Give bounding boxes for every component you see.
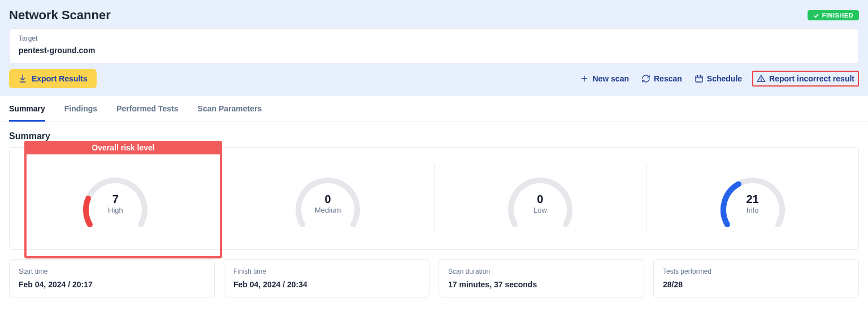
target-value: pentest-ground.com [19, 46, 849, 55]
stat-tests-value: 28/28 [663, 280, 849, 289]
stat-duration-label: Scan duration [448, 267, 635, 275]
risk-card: Overall risk level 7 High 0 Medium [9, 147, 859, 250]
report-label: Report incorrect result [769, 74, 854, 83]
svg-point-1 [761, 80, 762, 81]
stat-start-value: Feb 04, 2024 / 20:17 [19, 280, 205, 289]
tab-scan-parameters[interactable]: Scan Parameters [198, 96, 262, 122]
stat-finish-value: Feb 04, 2024 / 20:34 [233, 280, 420, 289]
target-card: Target pentest-ground.com [9, 28, 859, 63]
plus-icon [580, 74, 589, 83]
gauge-low-value: 0 [504, 193, 577, 206]
tabs: Summary Findings Performed Tests Scan Pa… [0, 96, 868, 122]
tab-summary[interactable]: Summary [9, 96, 45, 122]
stat-finish-time: Finish time Feb 04, 2024 / 20:34 [224, 259, 429, 297]
svg-rect-0 [696, 76, 702, 82]
gauge-low: 0 Low [435, 165, 647, 232]
check-icon [813, 12, 819, 19]
gauge-info: 21 Info [646, 165, 858, 232]
new-scan-button[interactable]: New scan [578, 71, 631, 87]
schedule-label: Schedule [707, 74, 742, 83]
schedule-button[interactable]: Schedule [692, 71, 744, 87]
tab-performed-tests[interactable]: Performed Tests [116, 96, 178, 122]
gauge-high-label: High [79, 206, 152, 214]
download-icon [18, 74, 27, 83]
stat-start-time: Start time Feb 04, 2024 / 20:17 [9, 259, 215, 297]
target-label: Target [19, 34, 849, 42]
new-scan-label: New scan [592, 74, 629, 83]
refresh-icon [641, 74, 650, 83]
gauge-medium-label: Medium [291, 206, 364, 214]
calendar-icon [695, 74, 704, 83]
stat-tests-label: Tests performed [663, 267, 849, 275]
status-text: FINISHED [822, 12, 853, 19]
gauge-medium: 0 Medium [222, 165, 435, 232]
stat-finish-label: Finish time [233, 267, 420, 275]
gauge-high: 7 High [10, 165, 222, 232]
overall-risk-label: Overall risk level [24, 141, 222, 154]
gauge-info-label: Info [716, 206, 789, 214]
export-label: Export Results [32, 74, 88, 83]
gauge-low-label: Low [504, 206, 577, 214]
stat-tests: Tests performed 28/28 [653, 259, 859, 297]
stat-duration-value: 17 minutes, 37 seconds [448, 280, 635, 289]
rescan-label: Rescan [654, 74, 682, 83]
gauge-info-value: 21 [716, 193, 789, 206]
summary-heading: Summary [9, 131, 859, 141]
warning-icon [757, 74, 766, 83]
stat-start-label: Start time [19, 267, 205, 275]
export-results-button[interactable]: Export Results [9, 69, 97, 88]
gauge-medium-value: 0 [291, 193, 364, 206]
report-incorrect-button[interactable]: Report incorrect result [752, 71, 859, 87]
status-badge: FINISHED [808, 10, 859, 20]
stat-duration: Scan duration 17 minutes, 37 seconds [439, 259, 644, 297]
rescan-button[interactable]: Rescan [639, 71, 684, 87]
tab-findings[interactable]: Findings [64, 96, 97, 122]
page-title: Network Scanner [9, 8, 111, 23]
gauge-high-value: 7 [79, 193, 152, 206]
